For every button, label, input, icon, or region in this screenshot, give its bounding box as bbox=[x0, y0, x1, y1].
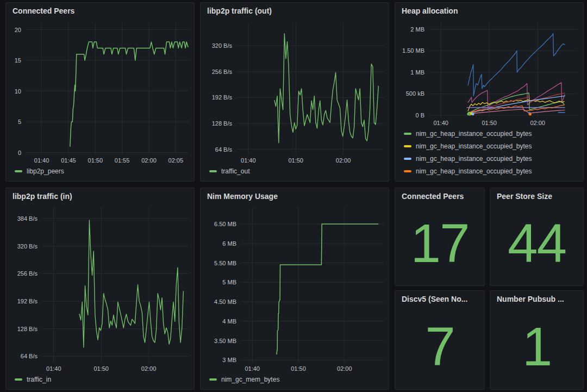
grafana-dashboard: Connected Peers 0510152001:4001:4501:500… bbox=[0, 0, 587, 392]
svg-text:6.50 MB: 6.50 MB bbox=[214, 221, 236, 227]
panel-title[interactable]: Heap allocation bbox=[395, 3, 583, 19]
svg-text:192 B/s: 192 B/s bbox=[212, 94, 233, 101]
panel-stat-connected-peers: Connected Peers 17 bbox=[395, 188, 485, 286]
svg-text:02:00: 02:00 bbox=[530, 120, 545, 126]
legend-marker-icon bbox=[404, 133, 411, 135]
legend-item[interactable]: nim_gc_mem_bytes bbox=[209, 373, 384, 385]
chart-traffic-in[interactable]: 64 B/s128 B/s192 B/s256 B/s320 B/s384 B/… bbox=[6, 204, 194, 373]
svg-text:0 B: 0 B bbox=[415, 112, 424, 119]
svg-text:4 MB: 4 MB bbox=[222, 318, 236, 325]
legend-marker-icon bbox=[404, 145, 411, 147]
panel-stat-peer-store-size: Peer Store Size 44 bbox=[490, 188, 584, 286]
svg-text:500 kB: 500 kB bbox=[406, 90, 424, 97]
svg-text:01:40: 01:40 bbox=[245, 365, 260, 372]
legend-label: traffic_out bbox=[221, 167, 249, 175]
legend-label: nim_gc_mem_bytes bbox=[221, 376, 279, 383]
svg-text:01:50: 01:50 bbox=[482, 120, 497, 126]
svg-text:128 B/s: 128 B/s bbox=[212, 120, 233, 127]
panel-title[interactable]: Nim Memory Usage bbox=[201, 188, 389, 204]
chart-connected-peers[interactable]: 0510152001:4001:4501:5001:5502:0002:05 bbox=[6, 19, 194, 165]
svg-text:64 B/s: 64 B/s bbox=[21, 353, 38, 359]
legend-label: libp2p_peers bbox=[27, 167, 64, 175]
svg-text:01:40: 01:40 bbox=[433, 120, 448, 126]
chart-legend: libp2p_peers bbox=[6, 165, 194, 181]
legend-marker-icon bbox=[15, 170, 22, 172]
svg-text:320 B/s: 320 B/s bbox=[212, 42, 233, 49]
svg-text:1 MB: 1 MB bbox=[410, 69, 424, 76]
chart-legend: traffic_in bbox=[6, 373, 194, 389]
panel-libp2p-traffic-out: libp2p traffic (out) 64 B/s128 B/s192 B/… bbox=[200, 2, 389, 182]
svg-text:01:50: 01:50 bbox=[88, 157, 103, 164]
svg-text:256 B/s: 256 B/s bbox=[17, 270, 38, 277]
legend-item[interactable]: nim_gc_heap_instance_occupied_bytes bbox=[404, 165, 579, 177]
svg-text:1.50 MB: 1.50 MB bbox=[402, 47, 424, 54]
stat-value: 1 bbox=[522, 319, 552, 374]
panel-title[interactable]: libp2p traffic (in) bbox=[6, 188, 194, 204]
panel-stat-discv5-seen-nodes: Discv5 (Seen No... 7 bbox=[395, 290, 485, 390]
panel-title[interactable]: Connected Peers bbox=[6, 3, 194, 19]
svg-text:01:40: 01:40 bbox=[46, 365, 61, 372]
legend-item[interactable]: traffic_out bbox=[209, 165, 384, 177]
svg-text:3.50 MB: 3.50 MB bbox=[214, 338, 236, 344]
svg-text:01:55: 01:55 bbox=[115, 157, 130, 164]
svg-text:6 MB: 6 MB bbox=[222, 240, 236, 247]
panel-title[interactable]: libp2p traffic (out) bbox=[201, 3, 389, 19]
svg-text:64 B/s: 64 B/s bbox=[215, 146, 233, 153]
panel-nim-memory-usage: Nim Memory Usage 3 MB3.50 MB4 MB4.50 MB5… bbox=[200, 188, 389, 390]
svg-text:02:00: 02:00 bbox=[336, 157, 351, 164]
stat-body: 7 bbox=[395, 307, 484, 389]
panel-title[interactable]: Number Pubsub ... bbox=[490, 291, 583, 307]
panel-libp2p-traffic-in: libp2p traffic (in) 64 B/s128 B/s192 B/s… bbox=[5, 188, 195, 390]
stat-value: 7 bbox=[425, 319, 454, 374]
svg-text:2 MB: 2 MB bbox=[410, 26, 424, 33]
svg-text:320 B/s: 320 B/s bbox=[17, 243, 38, 250]
chart-legend: nim_gc_mem_bytes bbox=[201, 373, 389, 389]
legend-marker-icon bbox=[209, 170, 217, 172]
legend-item[interactable]: traffic_in bbox=[15, 373, 190, 385]
svg-text:01:50: 01:50 bbox=[93, 365, 109, 372]
svg-text:384 B/s: 384 B/s bbox=[17, 215, 38, 222]
legend-item[interactable]: nim_gc_heap_instance_occupied_bytes bbox=[404, 140, 579, 152]
svg-text:128 B/s: 128 B/s bbox=[17, 326, 38, 332]
svg-text:02:00: 02:00 bbox=[141, 365, 157, 372]
chart-legend: traffic_out bbox=[201, 165, 389, 181]
chart-legend: nim_gc_heap_instance_occupied_bytesnim_g… bbox=[395, 127, 583, 181]
svg-text:01:45: 01:45 bbox=[61, 157, 76, 164]
stat-body: 17 bbox=[395, 204, 484, 285]
chart-traffic-out[interactable]: 64 B/s128 B/s192 B/s256 B/s320 B/s01:400… bbox=[201, 19, 389, 165]
stat-value: 17 bbox=[410, 216, 469, 270]
panel-heap-allocation: Heap allocation 0 B500 kB1 MB1.50 MB2 MB… bbox=[395, 2, 584, 182]
svg-text:4.50 MB: 4.50 MB bbox=[214, 298, 236, 305]
svg-text:02:00: 02:00 bbox=[141, 157, 157, 164]
svg-text:02:00: 02:00 bbox=[337, 365, 352, 372]
svg-text:5 MB: 5 MB bbox=[222, 279, 236, 285]
stat-body: 1 bbox=[490, 307, 583, 389]
svg-text:10: 10 bbox=[15, 88, 21, 95]
legend-marker-icon bbox=[404, 158, 411, 160]
panel-connected-peers-graph: Connected Peers 0510152001:4001:4501:500… bbox=[5, 2, 195, 182]
legend-label: traffic_in bbox=[27, 376, 51, 383]
svg-text:5.50 MB: 5.50 MB bbox=[214, 260, 236, 266]
svg-text:02:05: 02:05 bbox=[168, 157, 184, 164]
stat-body: 44 bbox=[490, 204, 583, 285]
legend-marker-icon bbox=[15, 378, 22, 381]
svg-text:0: 0 bbox=[18, 150, 21, 156]
panel-title[interactable]: Peer Store Size bbox=[490, 188, 583, 204]
chart-heap-allocation[interactable]: 0 B500 kB1 MB1.50 MB2 MB01:4001:5002:00 bbox=[395, 19, 583, 127]
legend-marker-icon bbox=[209, 378, 217, 381]
svg-text:5: 5 bbox=[18, 119, 21, 125]
legend-label: nim_gc_heap_instance_occupied_bytes bbox=[416, 167, 532, 175]
svg-text:01:40: 01:40 bbox=[34, 157, 49, 164]
chart-nim-memory[interactable]: 3 MB3.50 MB4 MB4.50 MB5 MB5.50 MB6 MB6.5… bbox=[201, 204, 389, 373]
legend-item[interactable]: nim_gc_heap_instance_occupied_bytes bbox=[404, 127, 579, 140]
svg-text:192 B/s: 192 B/s bbox=[17, 298, 38, 304]
legend-marker-icon bbox=[404, 170, 411, 172]
legend-item[interactable]: libp2p_peers bbox=[15, 165, 190, 177]
svg-text:15: 15 bbox=[15, 57, 21, 64]
legend-label: nim_gc_heap_instance_occupied_bytes bbox=[416, 130, 532, 138]
legend-item[interactable]: nim_gc_heap_instance_occupied_bytes bbox=[404, 152, 579, 165]
panel-title[interactable]: Discv5 (Seen No... bbox=[395, 291, 484, 307]
svg-text:01:40: 01:40 bbox=[241, 157, 256, 164]
svg-text:01:50: 01:50 bbox=[291, 365, 306, 372]
panel-title[interactable]: Connected Peers bbox=[395, 188, 484, 204]
